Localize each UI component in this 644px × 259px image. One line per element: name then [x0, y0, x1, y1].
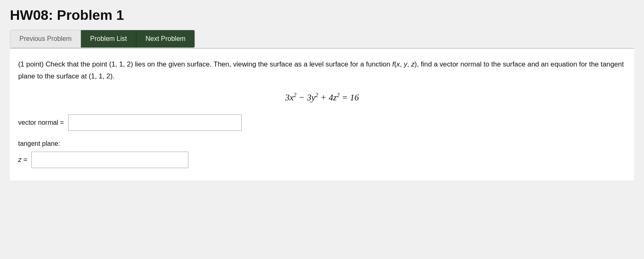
tangent-plane-input[interactable]: [31, 152, 188, 168]
tangent-plane-label: tangent plane:: [18, 140, 626, 147]
problem-list-button[interactable]: Problem List: [81, 30, 136, 48]
tangent-plane-section: tangent plane: z =: [18, 140, 626, 168]
page-title: HW08: Problem 1: [10, 7, 634, 23]
tangent-plane-row: z =: [18, 152, 626, 168]
navigation-bar: Previous Problem Problem List Next Probl…: [10, 30, 195, 48]
next-problem-button[interactable]: Next Problem: [136, 30, 195, 48]
vector-normal-label: vector normal =: [18, 119, 64, 126]
equation-display: 3x2 − 3y2 + 4z2 = 16: [18, 91, 626, 102]
problem-description: (1 point) Check that the point (1, 1, 2)…: [18, 59, 626, 82]
vector-normal-row: vector normal =: [18, 114, 626, 131]
previous-problem-button[interactable]: Previous Problem: [10, 30, 81, 48]
vector-normal-input[interactable]: [68, 114, 242, 131]
tangent-z-label: z =: [18, 156, 27, 164]
content-area: (1 point) Check that the point (1, 1, 2)…: [10, 48, 634, 180]
